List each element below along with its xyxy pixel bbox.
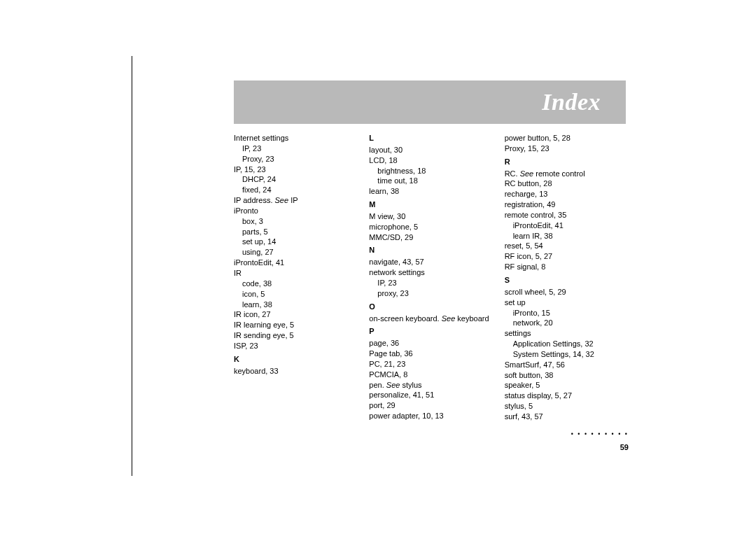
- entry-target: stylus: [402, 381, 421, 389]
- index-entry: keyboard, 33: [234, 366, 355, 377]
- index-subentry: time out, 18: [369, 176, 490, 186]
- index-subentry: box, 3: [234, 216, 355, 227]
- index-entry: Page tab, 36: [369, 349, 490, 359]
- index-entry: IP, 15, 23: [234, 164, 355, 175]
- index-entry: reset, 5, 54: [505, 241, 626, 251]
- index-entry: power button, 5, 28: [505, 133, 626, 143]
- index-entry: settings: [505, 328, 626, 339]
- index-entry: learn, 38: [369, 186, 490, 197]
- index-entry: personalize, 41, 51: [369, 390, 490, 400]
- index-entry: navigate, 43, 57: [369, 257, 490, 267]
- index-columns: Internet settings IP, 23 Proxy, 23 IP, 1…: [234, 133, 626, 422]
- index-subentry: proxy, 23: [369, 288, 490, 299]
- index-entry: surf, 43, 57: [505, 412, 626, 422]
- entry-text: RC.: [505, 169, 520, 178]
- index-entry: port, 29: [369, 400, 490, 411]
- index-subentry: Application Settings, 32: [505, 339, 626, 349]
- index-subentry: set up, 14: [234, 237, 355, 247]
- entry-target: remote control: [536, 169, 584, 178]
- index-entry: PC, 21, 23: [369, 359, 490, 370]
- index-entry: Internet settings: [234, 133, 355, 143]
- index-entry: Proxy, 15, 23: [505, 143, 626, 154]
- section-head-m: M: [369, 199, 490, 210]
- index-entry: recharge, 13: [505, 189, 626, 199]
- index-subentry: learn IR, 38: [505, 231, 626, 241]
- see-ref: See: [275, 196, 291, 204]
- index-entry: scroll wheel, 5, 29: [505, 287, 626, 297]
- header-banner: Index: [234, 80, 626, 124]
- index-entry: layout, 30: [369, 145, 490, 155]
- index-subentry: System Settings, 14, 32: [505, 349, 626, 360]
- index-subentry: iProntoEdit, 41: [505, 220, 626, 231]
- section-head-k: K: [234, 354, 355, 365]
- index-entry: LCD, 18: [369, 155, 490, 166]
- index-entry: power adapter, 10, 13: [369, 411, 490, 421]
- index-entry: IR icon, 27: [234, 309, 355, 320]
- section-head-n: N: [369, 245, 490, 255]
- index-entry: RF icon, 5, 27: [505, 251, 626, 262]
- entry-target: keyboard: [457, 314, 489, 323]
- index-entry: RC. See remote control: [505, 169, 626, 179]
- index-entry: on-screen keyboard. See keyboard: [369, 314, 490, 324]
- index-entry: stylus, 5: [505, 401, 626, 412]
- index-subentry: icon, 5: [234, 289, 355, 300]
- entry-text: IP address.: [234, 196, 275, 204]
- index-subentry: IP, 23: [234, 143, 355, 154]
- index-col-1: Internet settings IP, 23 Proxy, 23 IP, 1…: [234, 133, 355, 422]
- page: Index Internet settings IP, 23 Proxy, 23…: [0, 0, 756, 534]
- index-entry: M view, 30: [369, 211, 490, 222]
- index-subentry: code, 38: [234, 279, 355, 289]
- section-head-o: O: [369, 302, 490, 312]
- index-entry: PCMCIA, 8: [369, 370, 490, 380]
- index-entry: IR sending eye, 5: [234, 330, 355, 341]
- index-subentry: parts, 5: [234, 227, 355, 237]
- page-number: 59: [620, 442, 629, 453]
- index-entry: status display, 5, 27: [505, 391, 626, 401]
- index-entry: remote control, 35: [505, 210, 626, 220]
- see-ref: See: [386, 381, 402, 389]
- index-subentry: IP, 23: [369, 278, 490, 288]
- index-entry: RC button, 28: [505, 178, 626, 189]
- index-col-3: power button, 5, 28 Proxy, 15, 23 R RC. …: [505, 133, 626, 422]
- index-entry: page, 36: [369, 338, 490, 349]
- index-subentry: fixed, 24: [234, 185, 355, 195]
- index-col-2: L layout, 30 LCD, 18 brightness, 18 time…: [369, 133, 490, 422]
- section-head-l: L: [369, 133, 490, 143]
- index-entry: SmartSurf, 47, 56: [505, 360, 626, 370]
- section-head-p: P: [369, 326, 490, 337]
- index-subentry: using, 27: [234, 247, 355, 258]
- footer-dots: • • • • • • • • •: [571, 430, 629, 438]
- index-entry: ISP, 23: [234, 341, 355, 351]
- index-subentry: iPronto, 15: [505, 308, 626, 318]
- entry-target: IP: [290, 196, 298, 204]
- index-entry: RF signal, 8: [505, 262, 626, 272]
- index-entry: microphone, 5: [369, 222, 490, 232]
- index-entry: soft button, 38: [505, 370, 626, 381]
- section-head-r: R: [505, 157, 626, 167]
- entry-text: on-screen keyboard.: [369, 314, 441, 323]
- index-entry: iPronto: [234, 206, 355, 216]
- index-entry: registration, 49: [505, 199, 626, 210]
- index-entry: iProntoEdit, 41: [234, 258, 355, 268]
- section-head-s: S: [505, 275, 626, 286]
- see-ref: See: [520, 169, 536, 178]
- index-entry: speaker, 5: [505, 380, 626, 391]
- entry-text: pen.: [369, 381, 386, 389]
- index-subentry: Proxy, 23: [234, 154, 355, 164]
- index-entry: set up: [505, 297, 626, 308]
- index-entry: network settings: [369, 267, 490, 278]
- left-vertical-rule: [132, 56, 132, 476]
- index-subentry: DHCP, 24: [234, 174, 355, 185]
- index-subentry: learn, 38: [234, 300, 355, 310]
- index-entry: IP address. See IP: [234, 195, 355, 206]
- index-subentry: network, 20: [505, 318, 626, 328]
- page-title: Index: [542, 86, 601, 118]
- see-ref: See: [442, 314, 458, 323]
- index-entry: IR: [234, 268, 355, 279]
- index-subentry: brightness, 18: [369, 166, 490, 176]
- index-entry: MMC/SD, 29: [369, 232, 490, 243]
- index-entry: pen. See stylus: [369, 380, 490, 391]
- index-entry: IR learning eye, 5: [234, 320, 355, 330]
